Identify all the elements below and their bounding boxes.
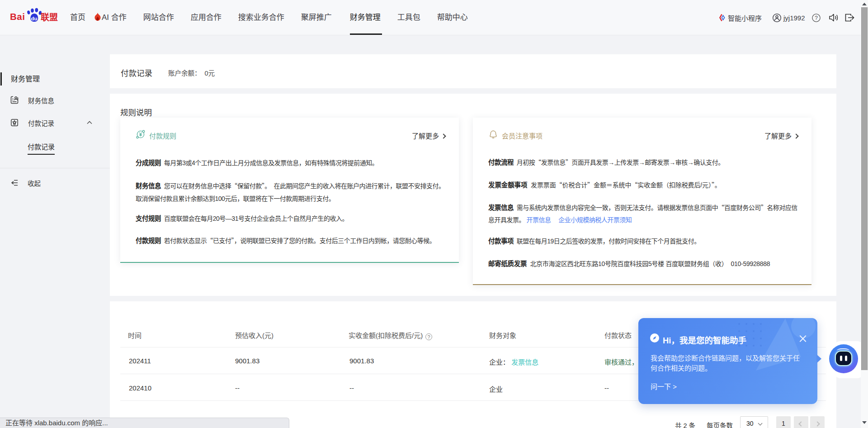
svg-text:du: du [31, 16, 37, 21]
svg-text:Bai: Bai [10, 11, 25, 22]
svg-text:联盟: 联盟 [41, 13, 58, 22]
svg-text:?: ? [815, 14, 818, 21]
